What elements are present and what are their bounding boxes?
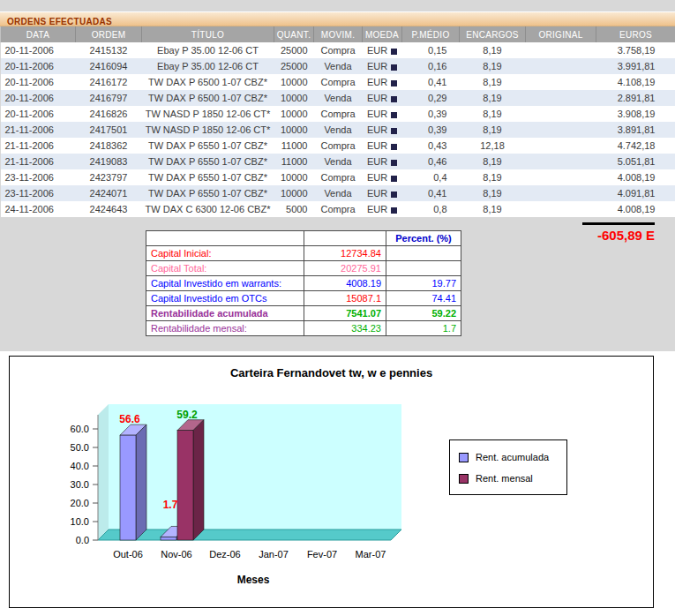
total-loss-value: -605,89 E <box>529 228 655 243</box>
cell-encargos: 8,19 <box>460 185 526 201</box>
currency-label: EUR <box>367 109 387 119</box>
cell-data: 20-11-2006 <box>1 42 76 58</box>
cell-euros: 4.108,19 <box>596 74 675 90</box>
bar-value-label: 59.2 <box>176 409 198 421</box>
cell-encargos: 8,19 <box>460 201 526 217</box>
currency-label: EUR <box>367 172 387 183</box>
summary-label: Capital Investido em OTCs <box>146 291 304 306</box>
y-tick-label: 60.0 <box>71 424 89 434</box>
cell-moeda: EUR <box>363 122 402 138</box>
orders-table: DATA ORDEM TÍTULO QUANT. MOVIM. MOEDA P.… <box>0 26 675 217</box>
summary-row: Capital Investido em warrants:4008.1919.… <box>146 276 461 291</box>
column-header-ordem: ORDEM <box>76 26 142 42</box>
cell-encargos: 8,19 <box>460 154 526 169</box>
chart-back-wall <box>109 404 401 530</box>
bar-side-face <box>193 420 204 540</box>
x-category-label: Mar-07 <box>356 549 386 560</box>
summary-label: Capital Total: <box>146 261 304 276</box>
cell-pmedio: 0,46 <box>402 154 460 169</box>
summary-value: 4008.19 <box>304 276 386 291</box>
summary-tbody: Percent. (%) Capital Inicial:12734.84Cap… <box>146 231 461 336</box>
y-tick-label: 10.0 <box>71 516 89 527</box>
summary-header-empty-2 <box>304 231 386 246</box>
chart-panel: Carteira Fernandovet tw, w e pennies 0.0… <box>9 356 654 608</box>
summary-row: Capital Total:20275.91 <box>146 261 461 276</box>
cell-movim: Compra <box>314 169 363 185</box>
x-category-label: Out-06 <box>113 549 143 560</box>
cell-euros: 3.991,81 <box>596 58 675 74</box>
cell-moeda: EUR <box>363 58 402 74</box>
x-axis-title: Meses <box>10 574 497 586</box>
cell-movim: Venda <box>314 154 363 169</box>
cell-pmedio: 0,41 <box>402 74 460 90</box>
cell-original <box>526 90 596 106</box>
cell-encargos: 8,19 <box>460 90 526 106</box>
cell-quant: 10000 <box>274 185 314 201</box>
cell-data: 21-11-2006 <box>1 138 76 154</box>
column-header-pmedio: P.MÉDIO <box>402 26 460 42</box>
summary-row: Rentabilidade mensal:334.231.7 <box>146 321 461 336</box>
summary-header-empty-1 <box>146 231 304 246</box>
cell-titulo: Ebay P 35.00 12-06 CT <box>142 58 274 74</box>
currency-label: EUR <box>367 93 387 103</box>
cell-movim: Compra <box>314 74 363 90</box>
cell-titulo: TW DAX P 6500 1-07 CBZ* <box>142 90 274 106</box>
cell-ordem: 2416826 <box>76 106 142 122</box>
cell-data: 21-11-2006 <box>1 154 76 169</box>
table-row: 21-11-20062417501TW NASD P 1850 12-06 CT… <box>1 122 675 138</box>
currency-label: EUR <box>367 156 387 167</box>
cell-moeda: EUR <box>363 169 402 185</box>
bar-value-label: 56.6 <box>119 413 140 425</box>
legend-label: Rent. acumulada <box>476 452 549 462</box>
summary-label: Rentabilidade acumulada <box>146 306 304 321</box>
summary-value: 334.23 <box>304 321 386 336</box>
cell-euros: 4.091,81 <box>596 185 675 201</box>
cell-euros: 4.008,19 <box>596 201 675 217</box>
cell-data: 20-11-2006 <box>1 58 76 74</box>
summary-percent: 1.7 <box>386 321 461 336</box>
cell-titulo: TW NASD P 1850 12-06 CT* <box>142 122 274 138</box>
cell-pmedio: 0,4 <box>402 169 460 185</box>
cell-original <box>526 74 596 90</box>
currency-label: EUR <box>367 77 387 87</box>
cell-ordem: 2419083 <box>76 154 142 169</box>
cell-quant: 11000 <box>274 138 314 154</box>
summary-percent: 19.77 <box>386 276 461 291</box>
orders-header-row: DATA ORDEM TÍTULO QUANT. MOVIM. MOEDA P.… <box>1 26 675 42</box>
chart-side-wall <box>98 404 109 540</box>
cell-quant: 5000 <box>274 201 314 217</box>
cell-pmedio: 0,41 <box>402 185 460 201</box>
table-row: 23-11-20062424071TW DAX P 6550 1-07 CBZ*… <box>1 185 675 201</box>
cell-quant: 25000 <box>274 42 314 58</box>
cell-quant: 10000 <box>274 169 314 185</box>
cell-moeda: EUR <box>363 42 402 58</box>
bar-value-label: 1.7 <box>163 499 178 511</box>
cell-moeda: EUR <box>363 138 402 154</box>
cell-titulo: TW DAX P 6550 1-07 CBZ* <box>142 138 274 154</box>
cell-data: 20-11-2006 <box>1 106 76 122</box>
table-row: 20-11-20062415132Ebay P 35.00 12-06 CT25… <box>1 42 675 58</box>
summary-value: 20275.91 <box>304 261 386 276</box>
cell-ordem: 2417501 <box>76 122 142 138</box>
summary-percent <box>386 261 461 276</box>
cell-original <box>526 42 596 58</box>
cell-original <box>526 138 596 154</box>
cell-pmedio: 0,39 <box>402 122 460 138</box>
cell-euros: 4.742,18 <box>596 138 675 154</box>
column-header-titulo: TÍTULO <box>142 26 274 42</box>
x-category-label: Jan-07 <box>259 549 289 560</box>
summary-value: 15087.1 <box>304 291 386 306</box>
cell-original <box>526 58 596 74</box>
table-row: 20-11-20062416826TW NASD P 1850 12-06 CT… <box>1 106 675 122</box>
cell-quant: 10000 <box>274 106 314 122</box>
chart-legend: Rent. acumuladaRent. mensal <box>449 439 567 495</box>
legend-swatch <box>459 474 469 484</box>
cell-encargos: 8,19 <box>460 58 526 74</box>
summary-percent: 59.22 <box>386 306 461 321</box>
cell-titulo: Ebay P 35.00 12-06 CT <box>142 42 274 58</box>
cell-encargos: 8,19 <box>460 169 526 185</box>
summary-percent: 74.41 <box>386 291 461 306</box>
cell-euros: 3.908,19 <box>596 106 675 122</box>
column-header-moeda: MOEDA <box>363 26 402 42</box>
cell-data: 21-11-2006 <box>1 122 76 138</box>
